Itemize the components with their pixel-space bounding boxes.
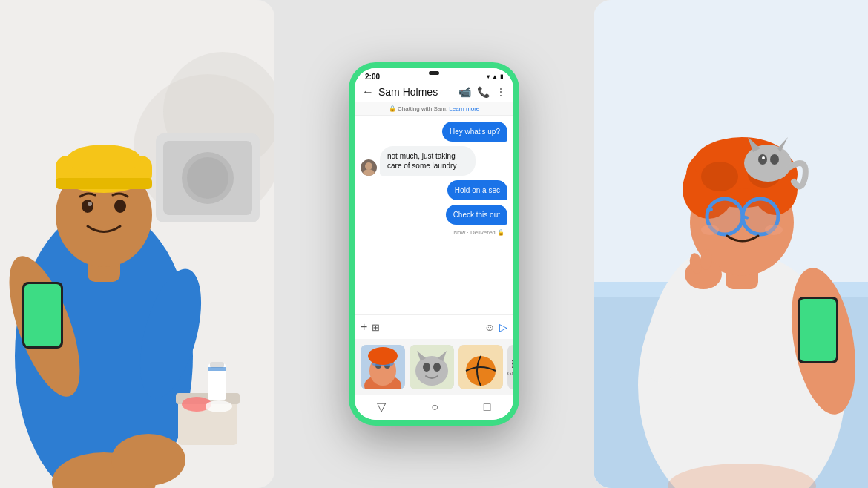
compose-actions: ☺ ▷ (484, 321, 507, 333)
video-call-icon[interactable]: 📹 (458, 86, 471, 98)
media-thumbnail[interactable] (410, 345, 454, 389)
svg-point-78 (423, 363, 430, 372)
message-bubble-sent: Check this out (446, 205, 507, 225)
svg-point-46 (770, 154, 779, 165)
svg-point-14 (82, 200, 93, 213)
chat-info-bar: 🔒 Chatting with Sam. Learn more (355, 102, 513, 116)
svg-point-55 (765, 225, 783, 235)
message-input[interactable] (384, 320, 479, 334)
message-row: Hold on a sec (361, 180, 507, 200)
phone-mockup: 2:00 ▾ ▲ ▮ ← Sam Holmes 📹 📞 ⋮ (349, 62, 519, 426)
delivered-status: Now · Delivered 🔒 (361, 229, 507, 236)
media-picker: 🖼 Gallery (355, 339, 513, 395)
message-row: Hey what's up? (361, 122, 507, 142)
svg-point-73 (368, 347, 398, 365)
messages-area: Hey what's up? not (355, 116, 513, 314)
scene: 2:00 ▾ ▲ ▮ ← Sam Holmes 📹 📞 ⋮ (0, 0, 868, 488)
signal-icon: ▲ (492, 73, 498, 80)
message-text: Hey what's up? (450, 128, 500, 136)
message-row: Check this out (361, 205, 507, 225)
message-text: Hold on a sec (455, 186, 500, 194)
svg-rect-24 (210, 362, 224, 368)
svg-rect-19 (24, 284, 61, 346)
svg-point-81 (466, 356, 496, 386)
svg-point-6 (187, 157, 228, 199)
svg-point-47 (762, 156, 765, 159)
svg-rect-58 (800, 299, 836, 361)
send-button[interactable]: ▷ (499, 321, 507, 333)
svg-point-54 (701, 225, 719, 235)
gallery-button[interactable]: 🖼 Gallery (507, 345, 513, 389)
phone-screen: 2:00 ▾ ▲ ▮ ← Sam Holmes 📹 📞 ⋮ (355, 68, 513, 420)
chat-info-text: 🔒 Chatting with Sam. (389, 105, 447, 112)
back-nav-icon[interactable]: ▽ (377, 400, 386, 414)
home-nav-icon[interactable]: ○ (431, 400, 438, 414)
svg-point-79 (433, 363, 441, 372)
svg-point-75 (415, 356, 448, 386)
more-options-icon[interactable]: ⋮ (496, 86, 506, 98)
emoji-button[interactable]: ☺ (484, 321, 495, 333)
sticker-button[interactable]: ⊞ (372, 322, 380, 333)
message-text: not much, just taking care of some laund… (387, 152, 456, 170)
svg-point-42 (744, 145, 792, 182)
app-bar: ← Sam Holmes 📹 📞 ⋮ (355, 82, 513, 102)
phone-outer: 2:00 ▾ ▲ ▮ ← Sam Holmes 📹 📞 ⋮ (349, 62, 519, 426)
voice-call-icon[interactable]: 📞 (477, 86, 490, 98)
right-panel (594, 0, 868, 488)
svg-point-40 (701, 162, 738, 191)
media-thumbnail[interactable] (458, 345, 503, 389)
contact-name: Sam Holmes (378, 86, 454, 98)
svg-point-29 (111, 434, 185, 486)
message-bubble-sent: Hey what's up? (442, 122, 507, 142)
compose-bar: + ⊞ ☺ ▷ (355, 314, 513, 339)
status-icons: ▾ ▲ ▮ (487, 73, 503, 80)
message-text: Check this out (453, 211, 500, 219)
status-time: 2:00 (365, 73, 380, 81)
add-attachment-button[interactable]: + (361, 320, 367, 334)
status-bar: 2:00 ▾ ▲ ▮ (355, 68, 513, 82)
gallery-icon: 🖼 (511, 359, 513, 369)
back-button[interactable]: ← (362, 85, 374, 99)
svg-point-13 (67, 145, 141, 174)
recents-nav-icon[interactable]: □ (484, 400, 491, 414)
svg-point-45 (758, 154, 767, 165)
message-row: not much, just taking care of some laund… (361, 146, 507, 176)
battery-icon: ▮ (500, 73, 503, 80)
navigation-bar: ▽ ○ □ (355, 395, 513, 420)
svg-point-65 (365, 162, 372, 170)
left-panel (0, 0, 274, 488)
app-bar-actions: 📹 📞 ⋮ (458, 86, 506, 98)
message-bubble-sent: Hold on a sec (447, 180, 507, 200)
wifi-icon: ▾ (487, 73, 490, 80)
gallery-label: Gallery (507, 371, 513, 376)
svg-point-16 (88, 202, 92, 206)
media-thumbnail[interactable] (361, 345, 405, 389)
message-bubble-received: not much, just taking care of some laund… (380, 146, 476, 176)
avatar (361, 159, 377, 176)
svg-rect-12 (56, 178, 152, 189)
camera-notch (429, 71, 439, 75)
learn-more-link[interactable]: Learn more (449, 105, 479, 112)
svg-rect-25 (208, 367, 226, 371)
svg-point-27 (206, 400, 232, 412)
svg-point-15 (114, 200, 126, 213)
